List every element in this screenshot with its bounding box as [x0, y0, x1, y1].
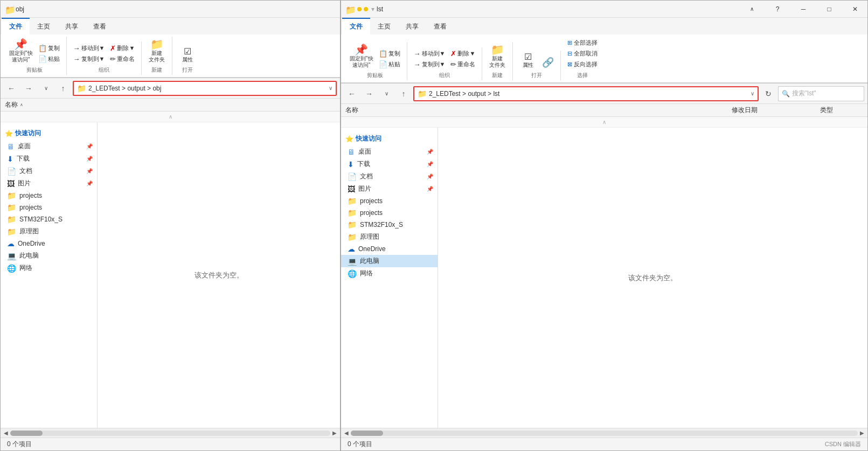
- left-sidebar-projects1[interactable]: 📁 projects: [1, 190, 97, 202]
- right-col-date-header: 修改日期: [732, 106, 818, 115]
- right-folder-icon: 📁: [345, 5, 354, 13]
- left-move-button[interactable]: → 移动到▼: [71, 43, 107, 53]
- right-scroll-left-button[interactable]: ◀: [342, 429, 351, 438]
- right-select-col: ⊞ 全部选择 ⊟ 全部取消 ⊠ 反向选择: [565, 38, 600, 70]
- right-copyto-button[interactable]: → 复制到▼: [412, 59, 448, 70]
- left-status-bar: 0 个项目: [1, 438, 340, 450]
- left-sidebar-network[interactable]: 🌐 网络: [1, 262, 97, 274]
- right-search-icon: 🔍: [782, 90, 790, 98]
- right-sidebar-network[interactable]: 🌐 网络: [341, 267, 438, 280]
- right-tab-file[interactable]: 文件: [342, 18, 370, 34]
- left-back-button[interactable]: ←: [4, 81, 19, 96]
- right-sidebar-pictures[interactable]: 🖼 图片 📌: [341, 183, 438, 195]
- right-help-button[interactable]: ?: [765, 1, 790, 18]
- left-tab-home[interactable]: 主页: [30, 18, 58, 34]
- right-sidebar-onedrive[interactable]: ☁ OneDrive: [341, 243, 438, 255]
- left-scrollbar-area: ◀ ▶: [1, 428, 340, 438]
- left-scroll-left-button[interactable]: ◀: [2, 429, 10, 438]
- right-open-col-btn[interactable]: 🔗: [540, 55, 556, 70]
- left-projects2-icon: 📁: [7, 203, 16, 212]
- right-back-button[interactable]: ←: [344, 86, 359, 101]
- right-up-button[interactable]: ↑: [396, 86, 411, 101]
- right-close-button[interactable]: ✕: [843, 1, 867, 18]
- left-address-bar[interactable]: 📁 2_LEDTest > output > obj ∨: [73, 81, 337, 96]
- right-status-text: 0 个项目: [348, 440, 372, 449]
- left-tab-file[interactable]: 文件: [2, 18, 30, 34]
- right-sidebar-projects1[interactable]: 📁 projects: [341, 195, 438, 207]
- left-copyto-button[interactable]: → 复制到▼: [71, 54, 107, 64]
- left-sidebar-thispc[interactable]: 💻 此电脑: [1, 249, 97, 262]
- left-pin-button[interactable]: 📌 固定到"快速访问": [7, 38, 35, 64]
- right-ribbon-clipboard: 📌 固定到"快速访问" 📋 复制 📄 粘贴 剪贴板: [345, 42, 407, 80]
- right-sidebar-yuanli[interactable]: 📁 原理图: [341, 231, 438, 243]
- right-address-bar[interactable]: 📁 2_LEDTest > output > lst ∨: [413, 86, 759, 101]
- right-scroll-right-button[interactable]: ▶: [858, 429, 866, 438]
- right-sidebar-thispc[interactable]: 💻 此电脑: [341, 255, 438, 267]
- left-scrollbar-thumb[interactable]: [10, 431, 43, 436]
- right-address-path: 2_LEDTest > output > lst: [429, 90, 499, 98]
- right-scrollbar-track[interactable]: [351, 431, 858, 436]
- right-rename-button[interactable]: ✏ 重命名: [448, 59, 477, 70]
- right-tab-share[interactable]: 共享: [398, 18, 426, 34]
- left-properties-button[interactable]: ☑ 属性: [177, 46, 198, 64]
- right-quick-access-header[interactable]: ⭐ 快速访问: [341, 132, 438, 145]
- left-copy-button[interactable]: 📋 复制: [36, 43, 62, 53]
- left-col-name-header: 名称: [5, 100, 18, 109]
- left-rename-button[interactable]: ✏ 重命名: [108, 54, 137, 64]
- right-select-none-button[interactable]: ⊟ 全部取消: [565, 48, 600, 59]
- left-projects1-icon: 📁: [7, 191, 16, 200]
- left-sidebar-stm32[interactable]: 📁 STM32F10x_S: [1, 213, 97, 225]
- left-sidebar-pictures[interactable]: 🖼 图片 📌: [1, 177, 97, 190]
- right-title-buttons: ∧ ? ─ □ ✕: [739, 1, 867, 18]
- left-sidebar-downloads[interactable]: ⬇ 下载 📌: [1, 152, 97, 165]
- left-sidebar-yuanli[interactable]: 📁 原理图: [1, 225, 97, 238]
- left-sidebar-documents[interactable]: 📄 文档 📌: [1, 165, 97, 177]
- right-sidebar-downloads[interactable]: ⬇ 下载 📌: [341, 158, 438, 170]
- left-tab-share[interactable]: 共享: [58, 18, 86, 34]
- left-delete-button[interactable]: ✗ 删除▼: [108, 43, 137, 53]
- right-move-button[interactable]: → 移动到▼: [412, 48, 448, 59]
- right-invert-button[interactable]: ⊠ 反向选择: [565, 59, 600, 70]
- right-sidebar-documents[interactable]: 📄 文档 📌: [341, 170, 438, 183]
- left-thispc-label: 此电脑: [19, 251, 39, 260]
- left-quick-access-header[interactable]: ⭐ 快速访问: [1, 127, 97, 140]
- right-copy-button[interactable]: 📋 复制: [377, 48, 402, 59]
- right-tab-view[interactable]: 查看: [426, 18, 454, 34]
- left-scroll-right-button[interactable]: ▶: [330, 429, 339, 438]
- right-properties-button[interactable]: ☑ 属性: [517, 52, 539, 70]
- right-expand-button[interactable]: ∧: [739, 1, 764, 18]
- right-pin-button[interactable]: 📌 固定到"快速访问": [348, 43, 376, 70]
- left-sidebar-projects2[interactable]: 📁 projects: [1, 202, 97, 213]
- right-refresh-button[interactable]: ↻: [761, 86, 776, 101]
- right-recent-button[interactable]: ∨: [379, 86, 394, 101]
- left-scrollbar-track[interactable]: [10, 431, 330, 436]
- right-minimize-button[interactable]: ─: [791, 1, 816, 18]
- left-forward-button[interactable]: →: [21, 81, 36, 96]
- right-paste-button[interactable]: 📄 粘贴: [377, 59, 402, 70]
- right-forward-button[interactable]: →: [362, 86, 377, 101]
- left-up-button[interactable]: ↑: [55, 81, 71, 96]
- left-sidebar-desktop[interactable]: 🖥 桌面 📌: [1, 140, 97, 152]
- left-recent-button[interactable]: ∨: [38, 81, 53, 96]
- right-delete-button[interactable]: ✗ 删除▼: [448, 48, 477, 59]
- right-sidebar-stm32[interactable]: 📁 STM32F10x_S: [341, 219, 438, 231]
- right-tab-home[interactable]: 主页: [370, 18, 398, 34]
- left-sidebar-onedrive[interactable]: ☁ OneDrive: [1, 238, 97, 249]
- right-paste-label: 粘贴: [388, 60, 400, 68]
- right-maximize-button[interactable]: □: [817, 1, 842, 18]
- left-newfolder-icon: 📁: [150, 39, 164, 50]
- left-tab-view[interactable]: 查看: [86, 18, 114, 34]
- left-newfolder-button[interactable]: 📁 新建文件夹: [146, 38, 168, 64]
- right-sidebar-projects2[interactable]: 📁 projects: [341, 207, 438, 219]
- right-thispc-icon: 💻: [348, 257, 357, 266]
- left-paste-button[interactable]: 📄 粘贴: [36, 54, 62, 64]
- right-sidebar-desktop[interactable]: 🖥 桌面 📌: [341, 145, 438, 158]
- right-desktop-icon: 🖥: [348, 148, 355, 156]
- left-move-delete-col: → 移动到▼ → 复制到▼: [71, 43, 107, 64]
- right-scrollbar-thumb[interactable]: [351, 431, 383, 436]
- right-newfolder-button[interactable]: 📁 新建文件夹: [487, 43, 508, 70]
- right-downloads-icon: ⬇: [348, 160, 354, 169]
- right-select-all-button[interactable]: ⊞ 全部选择: [565, 38, 600, 48]
- right-search-box[interactable]: 🔍 搜索"lst": [778, 86, 864, 101]
- left-delete-label: 删除▼: [117, 44, 135, 52]
